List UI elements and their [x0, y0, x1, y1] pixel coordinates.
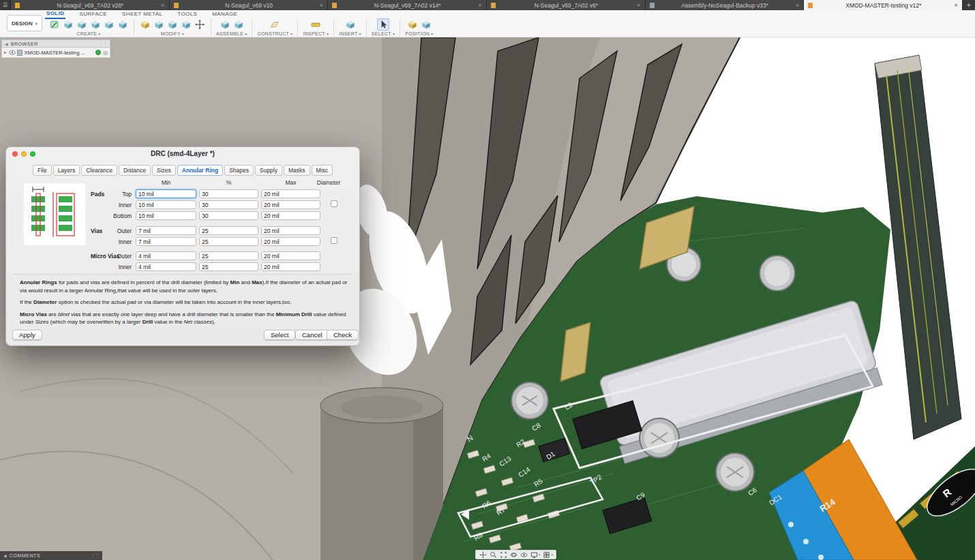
revert-position-icon[interactable] [420, 18, 432, 31]
apply-button[interactable]: Apply [12, 330, 42, 340]
tab-supply[interactable]: Supply [255, 165, 282, 176]
close-icon[interactable]: ✕ [478, 3, 482, 8]
tab-sheet-metal[interactable]: SHEET METAL [121, 10, 164, 18]
measure-icon[interactable] [310, 18, 322, 31]
create-sketch-icon[interactable] [48, 18, 61, 31]
inspect-group-label[interactable]: INSPECT▾ [303, 31, 329, 36]
vias-outer-min-input[interactable] [136, 226, 196, 235]
new-component-icon[interactable] [219, 18, 231, 31]
comments-panel[interactable]: ◀ COMMENTS ⋮⋮ [0, 551, 102, 560]
construct-group-label[interactable]: CONSTRUCT▾ [257, 31, 292, 36]
move-copy-icon[interactable] [194, 18, 206, 31]
tab-file[interactable]: File [33, 165, 52, 176]
tab-misc[interactable]: Misc [312, 165, 333, 176]
check-button[interactable]: Check [327, 330, 359, 340]
insert-icon[interactable] [344, 18, 357, 31]
zoom-icon[interactable] [489, 551, 497, 559]
pads-diameter-checkbox[interactable] [331, 200, 338, 207]
tab-layers[interactable]: Layers [53, 165, 80, 176]
select-tool-icon[interactable] [377, 18, 389, 31]
grid-layout-icon[interactable] [543, 551, 551, 559]
microvias-inner-min-input[interactable] [136, 262, 196, 271]
vias-inner-min-input[interactable] [136, 237, 196, 246]
document-tab-5[interactable]: Assembly-NoSeagul-Backup v33* ✕ [646, 0, 805, 10]
dialog-titlebar[interactable]: DRC (smd-4Layer *) [6, 147, 359, 159]
microvias-inner-max-input[interactable] [261, 262, 320, 271]
home-menu-button[interactable]: ☰ [0, 0, 11, 10]
document-tab-3[interactable]: N-Seagul_v69_7A02 v14* ✕ [328, 0, 487, 10]
select-group-label[interactable]: SELECT▾ [372, 31, 395, 36]
visibility-eye-icon[interactable] [9, 50, 15, 56]
vias-inner-percent-input[interactable] [199, 237, 258, 246]
tab-surface[interactable]: SURFACE [78, 10, 108, 18]
pads-bottom-max-input[interactable] [261, 211, 320, 220]
vias-diameter-checkbox[interactable] [331, 237, 338, 244]
pads-top-max-input[interactable] [261, 189, 320, 198]
insert-group-label[interactable]: INSERT▾ [339, 31, 361, 36]
document-tab-2[interactable]: N-Seagul_v69 v10 ✕ [170, 0, 329, 10]
document-tab-4[interactable]: N-Seagul_v69_7A02 v6* ✕ [487, 0, 646, 10]
browser-root-item[interactable]: ▸ XMOD-MASTER-testing ... ◎ [1, 48, 110, 58]
new-tab-button[interactable]: + [963, 0, 975, 10]
tab-shapes[interactable]: Shapes [224, 165, 254, 176]
joint-icon[interactable] [232, 18, 245, 31]
drag-handle-icon[interactable]: ⋮⋮ [91, 553, 99, 559]
microvias-outer-min-input[interactable] [136, 251, 196, 260]
expand-arrow-icon[interactable]: ▸ [4, 50, 7, 55]
browser-header[interactable]: ◀ BROWSER ⋮⋮ [1, 40, 110, 48]
construction-plane-icon[interactable] [269, 18, 281, 31]
tab-distance[interactable]: Distance [119, 165, 151, 176]
origin-icon[interactable]: ◎ [103, 50, 108, 56]
tab-masks[interactable]: Masks [284, 165, 310, 176]
combine-icon[interactable] [180, 18, 192, 31]
close-icon[interactable]: ✕ [161, 3, 165, 8]
pads-top-min-input[interactable] [136, 189, 196, 198]
tab-clearance[interactable]: Clearance [81, 165, 117, 176]
drag-handle-icon[interactable]: ⋮⋮ [99, 41, 107, 46]
revolve-icon[interactable] [76, 18, 88, 31]
chevron-down-icon[interactable]: ▾ [552, 553, 554, 557]
panel-collapse-icon[interactable]: ◀ [5, 42, 8, 46]
fillet-icon[interactable] [153, 18, 165, 31]
create-group-label[interactable]: CREATE▾ [77, 31, 101, 36]
fit-icon[interactable] [499, 551, 507, 559]
document-tab-6-active[interactable]: XMOD-MASTER-testing v12* ✕ [804, 0, 963, 10]
assemble-group-label[interactable]: ASSEMBLE▾ [216, 31, 247, 36]
pads-inner-max-input[interactable] [261, 200, 320, 209]
pads-inner-percent-input[interactable] [199, 200, 258, 209]
extrude-icon[interactable] [62, 18, 74, 31]
cancel-button[interactable]: Cancel [295, 330, 329, 340]
sweep-icon[interactable] [89, 18, 102, 31]
close-icon[interactable]: ✕ [319, 3, 323, 8]
pan-icon[interactable] [479, 551, 487, 559]
tab-solid[interactable]: SOLID [45, 10, 65, 19]
look-at-icon[interactable] [520, 551, 528, 559]
microvias-outer-percent-input[interactable] [199, 251, 258, 260]
close-icon[interactable]: ✕ [795, 3, 799, 8]
tab-tools[interactable]: TOOLS [176, 10, 198, 18]
close-icon[interactable]: ✕ [637, 3, 641, 8]
vias-outer-percent-input[interactable] [199, 226, 258, 235]
cylinder-leg[interactable] [320, 388, 443, 560]
tab-sizes[interactable]: Sizes [152, 165, 176, 176]
microvias-inner-percent-input[interactable] [199, 262, 258, 271]
pads-top-percent-input[interactable] [199, 189, 258, 198]
capture-position-icon[interactable] [406, 18, 419, 31]
orbit-icon[interactable] [509, 551, 518, 559]
pads-bottom-percent-input[interactable] [199, 211, 258, 220]
design-dropdown[interactable]: DESIGN ▾ [7, 15, 42, 31]
position-group-label[interactable]: POSITION▾ [405, 31, 433, 36]
loft-icon[interactable] [103, 18, 115, 31]
display-settings-icon[interactable] [530, 551, 538, 559]
select-button[interactable]: Select [264, 330, 295, 340]
modify-group-label[interactable]: MODIFY▾ [161, 31, 184, 36]
document-tab-1[interactable]: N-Seagul_v69_7A02 v28* ✕ [11, 0, 170, 10]
press-pull-icon[interactable] [139, 18, 151, 31]
pads-bottom-min-input[interactable] [136, 211, 196, 220]
tab-annular-ring[interactable]: Annular Ring [177, 165, 223, 176]
close-icon[interactable]: ✕ [954, 3, 958, 8]
panel-collapse-icon[interactable]: ◀ [3, 553, 7, 558]
pattern-icon[interactable] [117, 18, 129, 31]
tab-manage[interactable]: MANAGE [211, 10, 239, 18]
shell-icon[interactable] [166, 18, 179, 31]
